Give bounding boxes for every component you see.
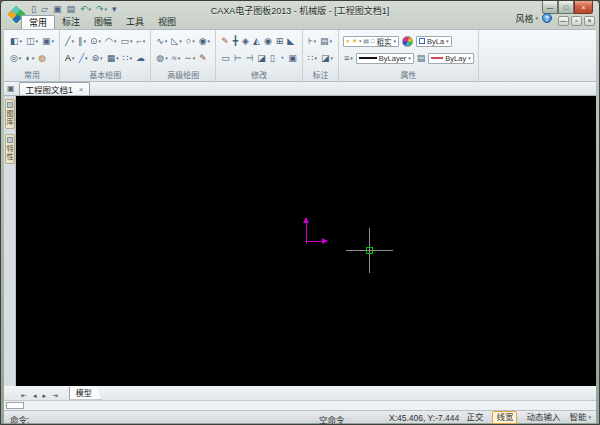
paste-special-icon[interactable]: ▯ [269, 52, 276, 64]
chevron-down-icon: ▾ [350, 55, 353, 61]
mirror-icon[interactable]: ◭ [252, 35, 261, 47]
copy-object-icon[interactable]: ◈ [241, 35, 250, 47]
chevron-down-icon: ▾ [193, 55, 196, 61]
pan-icon[interactable]: ◐▾ [24, 52, 35, 64]
model-tab[interactable]: 模型 [69, 387, 102, 400]
erase-icon[interactable]: ✎ [220, 35, 230, 47]
circle-icon[interactable]: ⊙▾ [89, 35, 102, 47]
document-tab[interactable]: 工程图文档1 × [19, 82, 91, 95]
line-icon[interactable]: ╱▾ [64, 35, 75, 47]
color-select[interactable]: ByLa▾ [416, 36, 452, 47]
rotate-icon[interactable]: ◉ [263, 35, 273, 47]
mdi-minimize-button[interactable]: — [558, 16, 569, 26]
array-icon[interactable]: ⊞ [275, 35, 285, 47]
chevron-down-icon: ▾ [165, 55, 168, 61]
new-file-icon[interactable]: ▯ [30, 3, 37, 15]
chevron-down-icon: ▾ [143, 38, 146, 44]
toggle-linewidth[interactable]: 线宽 [492, 411, 517, 424]
command-line-row[interactable] [4, 400, 596, 410]
layer-select[interactable]: ●☀▪▤□粗实▾ [343, 36, 399, 47]
close-icon[interactable]: × [79, 85, 84, 94]
block-icon[interactable]: ⊚▾ [91, 52, 104, 64]
ribbon-group-common: ◧▾◫▾▣▾◎▾◐▾◍常用 [5, 30, 60, 81]
tab-view[interactable]: 视图 [151, 15, 183, 29]
palette-tab-properties[interactable]: 特性 [5, 134, 15, 164]
toggle-ortho[interactable]: 正交 [466, 412, 483, 423]
formula-curve-icon[interactable]: ◍▾ [155, 52, 168, 64]
redo-icon[interactable]: ↷▾ [95, 3, 108, 15]
mdi-close-button[interactable]: × [584, 16, 595, 26]
tab-tools[interactable]: 工具 [119, 15, 151, 29]
move-icon[interactable]: ╋ [232, 35, 239, 47]
arrow-pen-icon[interactable]: ✎ [198, 52, 208, 64]
chevron-down-icon: ▾ [19, 55, 22, 61]
first-sheet-button[interactable]: ⇤ [21, 392, 27, 399]
hatch-icon[interactable]: ╱▾ [78, 52, 89, 64]
lineweight-icon[interactable]: ≡▾ [343, 52, 354, 64]
datum-icon[interactable]: ▤▾ [319, 35, 333, 47]
explode-icon[interactable]: ▣ [287, 52, 298, 64]
magnifier-icon[interactable]: ◉▾ [198, 35, 211, 47]
drawing-canvas[interactable] [16, 96, 596, 386]
chevron-down-icon: ▾ [535, 15, 538, 21]
toggle-dynamic-input[interactable]: 动态输入 [526, 412, 560, 423]
trim-icon[interactable]: ⊢ [233, 52, 243, 64]
zoom-icon[interactable]: ◎▾ [9, 52, 22, 64]
tab-home[interactable]: 常用 [21, 15, 55, 29]
undo-icon[interactable]: ↶▾ [79, 3, 92, 15]
table-icon[interactable]: ▦▾ [106, 52, 120, 64]
scale-icon[interactable]: ◪ [256, 52, 267, 64]
group-label-properties: 属性 [343, 68, 474, 81]
dimension-icon[interactable]: ⊦▾ [307, 35, 317, 47]
edit-dimension-icon[interactable]: ◪▾ [320, 52, 334, 64]
save-icon[interactable]: ▣ [52, 3, 63, 15]
arc-icon[interactable]: ◠▾ [104, 35, 117, 47]
revision-cloud-icon[interactable]: ☁ [135, 52, 146, 64]
layer-state-icon: □ [371, 37, 375, 45]
toolbar-overflow-icon[interactable]: ▾ [111, 3, 118, 15]
last-sheet-button[interactable]: ⇥ [52, 392, 58, 399]
chamfer-icon[interactable]: ◣ [286, 35, 295, 47]
parallel-line-icon[interactable]: ∥▾ [77, 35, 87, 47]
text-icon[interactable]: A▾ [64, 52, 76, 64]
prev-sheet-button[interactable]: ◂ [33, 392, 37, 399]
polyline-icon[interactable]: ⌐▾ [136, 35, 147, 47]
ribbon-tabs: 常用标注图幅工具视图 [21, 15, 183, 29]
point-grid-icon[interactable]: ∷▾ [122, 52, 133, 64]
print-icon[interactable]: ▤ [65, 3, 76, 15]
spline-icon[interactable]: ∿▾ [155, 35, 168, 47]
linetype-select[interactable]: ByLayer▾ [356, 53, 414, 64]
linestyle-list-icon[interactable]: ▤ [416, 52, 427, 64]
hide-object-icon[interactable]: ◔ [278, 52, 285, 64]
freehand-line-icon[interactable]: ∼▾ [183, 52, 196, 64]
palette-tab-library[interactable]: 图库 [5, 99, 15, 129]
style-button[interactable]: 风格 ▾ [515, 12, 538, 25]
rectangle-icon[interactable]: ▭▾ [119, 35, 133, 47]
ellipse-icon[interactable]: ○▾ [185, 35, 196, 47]
chevron-down-icon: ▾ [84, 38, 87, 44]
help-icon[interactable]: ? [542, 13, 552, 23]
open-file-icon[interactable]: ▱ [40, 3, 49, 15]
chevron-down-icon: ▾ [468, 55, 471, 61]
redraw-icon[interactable]: ◍ [37, 52, 47, 64]
ole-object-icon[interactable]: ▣▾ [41, 35, 55, 47]
mdi-restore-button[interactable]: ▫ [571, 16, 582, 26]
toggle-snap[interactable]: 智能▾ [569, 412, 591, 423]
chevron-down-icon: ▾ [36, 38, 39, 44]
command-input[interactable] [6, 402, 24, 409]
next-sheet-button[interactable]: ▸ [42, 392, 46, 399]
wave-line-icon[interactable]: ≈▾ [171, 52, 181, 64]
group-label-common: 常用 [9, 68, 55, 81]
coordinate-dimension-icon[interactable]: ∷▾ [307, 52, 318, 64]
copy-icon[interactable]: ◫▾ [25, 35, 39, 47]
tab-sheet[interactable]: 图幅 [87, 15, 119, 29]
color-wheel-icon[interactable] [401, 36, 414, 47]
chevron-down-icon: ▾ [32, 55, 35, 61]
polygon-icon[interactable]: ◺▾ [170, 35, 182, 47]
palette-icon[interactable]: ▣ [7, 84, 15, 93]
tab-annotation[interactable]: 标注 [55, 15, 87, 29]
paste-icon[interactable]: ◧▾ [9, 35, 23, 47]
extend-icon[interactable]: ⊣ [244, 52, 254, 64]
stretch-icon[interactable]: ▭ [220, 52, 231, 64]
width-select[interactable]: ByLay▾ [428, 53, 473, 64]
